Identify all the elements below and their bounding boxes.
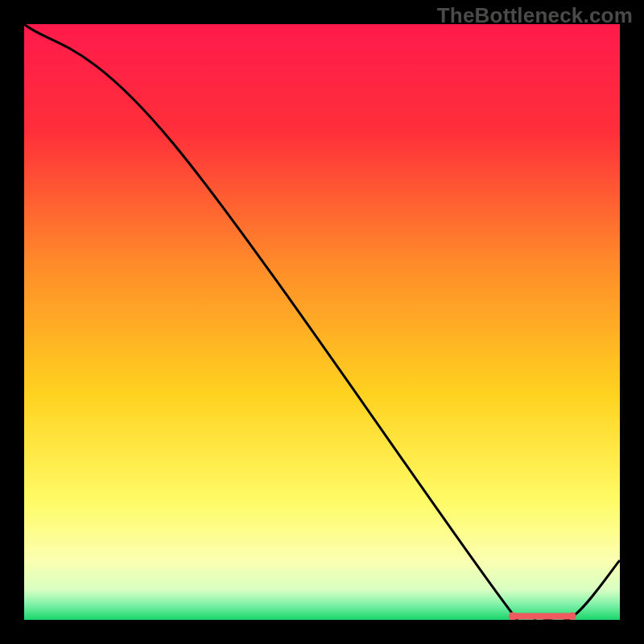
plot-area — [24, 24, 620, 620]
chart-line-layer — [24, 24, 620, 620]
watermark-text: TheBottleneck.com — [437, 3, 633, 28]
bottleneck-curve — [24, 24, 620, 620]
marker-dots — [509, 613, 576, 620]
chart-frame: TheBottleneck.com — [0, 0, 644, 644]
valley-marker-capsule — [513, 613, 572, 620]
